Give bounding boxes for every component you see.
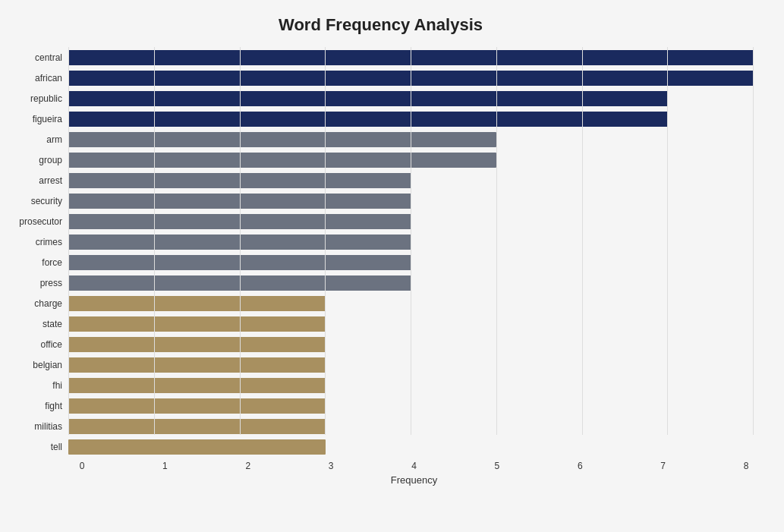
bar	[68, 112, 668, 127]
bar-row	[68, 396, 754, 417]
bar-row	[68, 437, 754, 458]
bar	[68, 91, 668, 106]
bar	[68, 419, 326, 434]
x-axis-tick-label: 4	[407, 461, 422, 471]
y-label: group	[39, 156, 62, 165]
y-label: prosecutor	[19, 217, 62, 226]
x-axis-tick-label: 8	[738, 461, 754, 471]
bar	[68, 71, 754, 86]
bar-row	[68, 417, 754, 437]
bar-row	[68, 150, 754, 170]
chart-area: centralafricanrepublicfigueiraarmgroupar…	[8, 47, 754, 458]
x-axis-tick-label: 1	[157, 461, 172, 471]
y-label: fhi	[52, 381, 62, 390]
bars-wrapper	[68, 47, 754, 458]
y-label: militias	[34, 422, 62, 431]
bar	[68, 337, 326, 352]
bar-row	[68, 88, 754, 109]
y-label: state	[43, 320, 62, 329]
y-label: press	[40, 279, 62, 288]
x-axis-title: Frequency	[74, 474, 754, 486]
y-label: office	[41, 340, 62, 349]
y-label: tell	[51, 442, 62, 452]
bar-row	[68, 109, 754, 129]
bar	[68, 357, 326, 373]
bars-and-grid	[68, 47, 754, 458]
bar	[68, 132, 496, 147]
bar	[68, 50, 754, 65]
bar	[68, 173, 411, 188]
bottom-section: 012345678 Frequency	[74, 458, 754, 486]
bar-row	[68, 170, 754, 190]
x-axis-tick-label: 7	[656, 461, 671, 471]
y-label: central	[35, 53, 62, 62]
x-axis-tick-label: 6	[572, 461, 587, 471]
y-label: force	[42, 258, 62, 267]
bar	[68, 398, 326, 414]
bar	[68, 275, 411, 291]
bar-row	[68, 211, 754, 231]
bar-row	[68, 47, 754, 68]
bar-row	[68, 190, 754, 211]
bar-row	[68, 252, 754, 272]
chart-title: Word Frequency Analysis	[8, 15, 754, 35]
y-label: security	[31, 197, 62, 206]
y-label: belgian	[33, 360, 62, 370]
bar	[68, 153, 496, 168]
bar-row	[68, 231, 754, 252]
bar-row	[68, 129, 754, 150]
y-labels: centralafricanrepublicfigueiraarmgroupar…	[8, 47, 68, 458]
y-label: crimes	[36, 238, 62, 247]
bar-row	[68, 335, 754, 355]
y-label: republic	[30, 94, 62, 103]
x-axis-labels: 012345678	[74, 458, 754, 471]
bar	[68, 255, 411, 270]
bar-row	[68, 314, 754, 335]
chart-container: Word Frequency Analysis centralafricanre…	[0, 0, 784, 532]
bar	[68, 296, 326, 311]
x-axis-tick-label: 5	[490, 461, 505, 471]
y-label: african	[35, 74, 62, 83]
x-axis-tick-label: 2	[241, 461, 256, 471]
x-axis-tick-label: 3	[323, 461, 338, 471]
bar-row	[68, 68, 754, 88]
bar	[68, 214, 411, 229]
bar	[68, 194, 411, 209]
bar-row	[68, 294, 754, 314]
bar	[68, 235, 411, 250]
bar-row	[68, 273, 754, 294]
bar	[68, 316, 326, 332]
x-axis-tick-label: 0	[74, 461, 90, 471]
y-label: fight	[45, 401, 62, 411]
bar-row	[68, 355, 754, 376]
y-label: charge	[34, 299, 62, 308]
y-label: arrest	[39, 176, 62, 185]
bar	[68, 439, 326, 455]
bar-row	[68, 376, 754, 396]
bar	[68, 378, 326, 393]
y-label: arm	[46, 135, 62, 144]
y-label: figueira	[33, 115, 62, 124]
